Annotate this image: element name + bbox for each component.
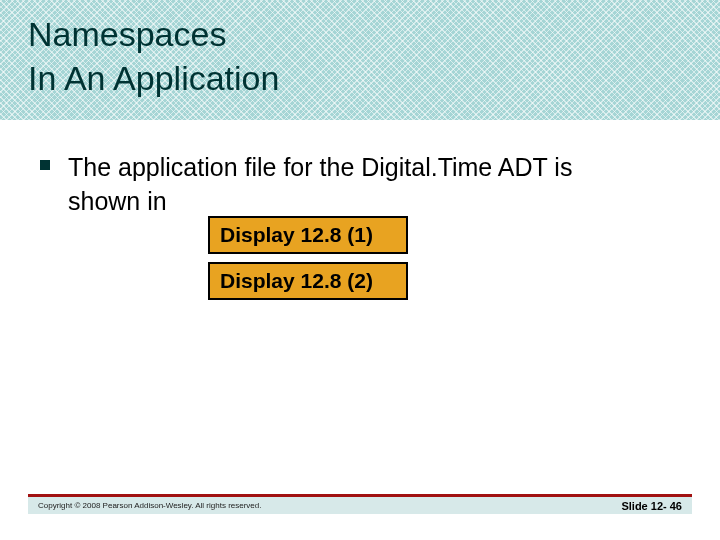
- slide-body: The application file for the Digital.Tim…: [40, 150, 680, 308]
- footer-bar: Copyright © 2008 Pearson Addison-Wesley.…: [28, 494, 692, 514]
- slide-number: Slide 12- 46: [621, 500, 682, 512]
- display-12-8-2-button[interactable]: Display 12.8 (2): [208, 262, 408, 300]
- title-line-2: In An Application: [28, 59, 279, 97]
- bullet-text-line-a: The application file for the Digital.Tim…: [68, 153, 572, 181]
- display-12-8-1-button[interactable]: Display 12.8 (1): [208, 216, 408, 254]
- display-button-column: Display 12.8 (1) Display 12.8 (2): [208, 216, 680, 300]
- display-button-label: Display 12.8 (2): [220, 269, 373, 292]
- bullet-item: The application file for the Digital.Tim…: [40, 150, 680, 218]
- display-button-label: Display 12.8 (1): [220, 223, 373, 246]
- slide: Namespaces In An Application The applica…: [0, 0, 720, 540]
- copyright-text: Copyright © 2008 Pearson Addison-Wesley.…: [38, 501, 262, 510]
- bullet-text-line-b: shown in: [68, 187, 167, 215]
- title-line-1: Namespaces: [28, 15, 226, 53]
- slide-title: Namespaces In An Application: [28, 12, 279, 100]
- square-bullet-icon: [40, 160, 50, 170]
- bullet-text: The application file for the Digital.Tim…: [68, 150, 572, 218]
